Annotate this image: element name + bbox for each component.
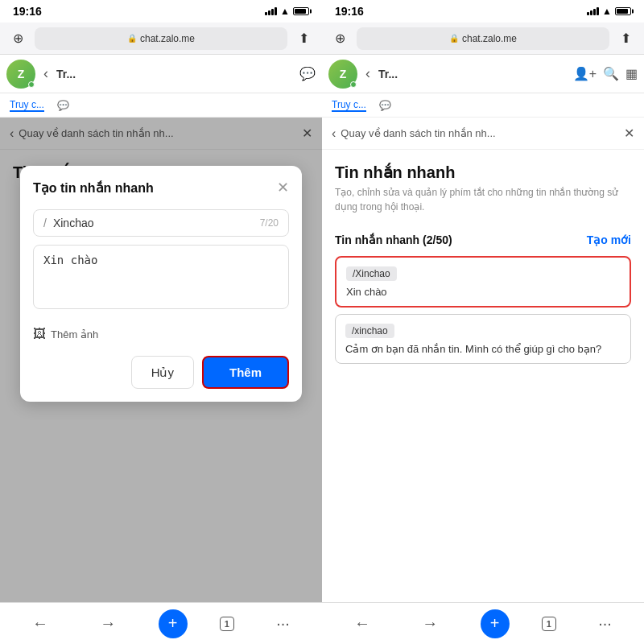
battery-icon xyxy=(293,7,309,15)
more-nav-btn-left[interactable]: ··· xyxy=(266,608,299,639)
wifi-icon: ▲ xyxy=(280,6,290,17)
url-bar-right[interactable]: 🔒 chat.zalo.me xyxy=(357,27,609,50)
back-nav-btn-left[interactable]: ← xyxy=(23,608,58,639)
app-header-left: Z ‹ Tr... 💬 xyxy=(0,55,322,93)
dialog-header: Tạo tin nhắn nhanh ✕ xyxy=(33,179,289,196)
dialog-footer: Hủy Thêm xyxy=(33,356,289,389)
plus-icon-left: + xyxy=(168,614,178,633)
nav-item-truyc[interactable]: Truy c... xyxy=(10,99,44,112)
message-textarea[interactable]: Xin chào xyxy=(33,245,289,309)
back-text-right: Quay về danh sách tin nhắn nh... xyxy=(341,127,619,139)
tab-counter-left[interactable]: 1 xyxy=(220,617,234,631)
battery-icon-right xyxy=(615,7,631,15)
lock-icon-left: 🔒 xyxy=(127,34,137,43)
url-text-left: chat.zalo.me xyxy=(140,33,195,44)
header-actions-left: 💬 xyxy=(299,66,316,81)
avatar-left: Z xyxy=(6,60,35,89)
create-dialog: Tạo tin nhắn nhanh ✕ / 7/20 Xin chào 🖼 T… xyxy=(20,166,302,402)
page-title-right: Tin nhắn nhanh xyxy=(322,150,644,185)
msg-text-1: Xin chào xyxy=(346,286,620,298)
dialog-overlay: Tạo tin nhắn nhanh ✕ / 7/20 Xin chào 🖼 T… xyxy=(0,118,322,602)
nav-strip-right: Truy c... 💬 xyxy=(322,93,644,118)
msg-list-title: Tin nhắn nhanh (2/50) xyxy=(335,233,452,246)
nav-item-chat[interactable]: 💬 xyxy=(57,100,69,111)
forward-nav-btn-right[interactable]: → xyxy=(412,608,448,639)
create-new-btn[interactable]: Tạo mới xyxy=(587,233,631,246)
status-icons-left: ▲ xyxy=(265,6,309,17)
signal-icon-right xyxy=(587,7,599,15)
msg-text-2: Cảm ơn bạn đã nhắn tin. Mình có thể giúp… xyxy=(345,343,621,355)
share-icon-right[interactable]: ⬆ xyxy=(616,29,636,47)
shortcut-input[interactable] xyxy=(53,217,254,229)
header-actions-right: 👤+ 🔍 ▦ xyxy=(573,66,638,81)
contact-name-left: Tr... xyxy=(56,68,295,80)
add-user-icon-right[interactable]: 👤+ xyxy=(573,66,597,81)
browser-bar-right: ⊕ 🔒 chat.zalo.me ⬆ xyxy=(322,23,644,55)
content-area-left: ‹ Quay về danh sách tin nhắn nh... ✕ Tin… xyxy=(0,118,322,602)
add-button[interactable]: Thêm xyxy=(202,356,289,389)
cancel-button[interactable]: Hủy xyxy=(131,356,194,389)
nav-strip-left: Truy c... 💬 xyxy=(0,93,322,118)
quick-msg-page-left: ‹ Quay về danh sách tin nhắn nh... ✕ Tin… xyxy=(0,118,322,602)
search-icon-right[interactable]: 🔍 xyxy=(603,66,619,81)
url-text-right: chat.zalo.me xyxy=(462,33,517,44)
back-header-right: ‹ Quay về danh sách tin nhắn nh... ✕ xyxy=(322,118,644,150)
status-time-right: 19:16 xyxy=(335,5,364,18)
more-nav-btn-right[interactable]: ··· xyxy=(588,608,621,639)
wifi-icon-right: ▲ xyxy=(602,6,612,17)
page-subtitle-right: Tạo, chỉnh sửa và quản lý phím tắt cho n… xyxy=(322,185,644,224)
lock-icon-right: 🔒 xyxy=(449,34,459,43)
avatar-right: Z xyxy=(328,60,357,89)
plus-icon-right: + xyxy=(490,614,500,633)
back-btn-right[interactable]: ‹ xyxy=(362,62,374,85)
msg-item-1[interactable]: /Xinchao Xin chào xyxy=(335,256,631,308)
msg-shortcut-2: /xinchao xyxy=(345,324,394,338)
dialog-close-btn[interactable]: ✕ xyxy=(277,179,289,196)
image-icon: 🖼 xyxy=(33,327,46,341)
back-btn-left[interactable]: ‹ xyxy=(40,62,52,85)
url-bar-left[interactable]: 🔒 chat.zalo.me xyxy=(35,27,287,50)
online-indicator-right xyxy=(350,81,357,88)
menu-icon-right[interactable]: ▦ xyxy=(625,66,638,81)
tab-counter-right[interactable]: 1 xyxy=(542,617,556,631)
add-image-label: Thêm ảnh xyxy=(51,328,98,341)
add-image-btn[interactable]: 🖼 Thêm ảnh xyxy=(33,322,289,346)
signal-icon xyxy=(265,7,277,15)
browser-bar-left: ⊕ 🔒 chat.zalo.me ⬆ xyxy=(0,23,322,55)
close-btn-right[interactable]: ✕ xyxy=(624,126,634,141)
status-bar-right: 19:16 ▲ xyxy=(322,0,644,23)
dialog-title: Tạo tin nhắn nhanh xyxy=(33,180,154,196)
status-time-left: 19:16 xyxy=(13,5,42,18)
status-bar-left: 19:16 ▲ xyxy=(0,0,322,23)
reload-icon[interactable]: ⊕ xyxy=(8,29,28,47)
msg-item-2[interactable]: /xinchao Cảm ơn bạn đã nhắn tin. Mình có… xyxy=(335,314,631,364)
plus-nav-btn-right[interactable]: + xyxy=(481,609,510,638)
forward-nav-btn-left[interactable]: → xyxy=(90,608,126,639)
status-icons-right: ▲ xyxy=(587,6,631,17)
content-area-right: ‹ Quay về danh sách tin nhắn nh... ✕ Tin… xyxy=(322,118,644,602)
msg-shortcut-1: /Xinchao xyxy=(346,266,397,281)
back-nav-btn-right[interactable]: ← xyxy=(345,608,380,639)
bottom-nav-left: ← → + 1 ··· xyxy=(0,602,322,644)
nav-item-truyc-right[interactable]: Truy c... xyxy=(332,99,366,112)
back-arrow-right[interactable]: ‹ xyxy=(332,126,336,141)
share-icon-left[interactable]: ⬆ xyxy=(294,29,314,47)
left-phone-panel: 19:16 ▲ ⊕ 🔒 chat.zalo.me ⬆ Z ‹ xyxy=(0,0,322,644)
char-count: 7/20 xyxy=(260,217,279,229)
quick-msg-page-right: ‹ Quay về danh sách tin nhắn nh... ✕ Tin… xyxy=(322,118,644,602)
online-indicator-left xyxy=(28,81,35,88)
app-header-right: Z ‹ Tr... 👤+ 🔍 ▦ xyxy=(322,55,644,93)
chat-icon-left[interactable]: 💬 xyxy=(299,66,316,81)
slash-icon: / xyxy=(43,217,47,229)
plus-nav-btn-left[interactable]: + xyxy=(159,609,188,638)
right-phone-panel: 19:16 ▲ ⊕ 🔒 chat.zalo.me ⬆ Z ‹ xyxy=(322,0,644,644)
nav-item-chat-right[interactable]: 💬 xyxy=(379,100,391,111)
reload-icon-right[interactable]: ⊕ xyxy=(330,29,350,47)
msg-list-header: Tin nhắn nhanh (2/50) Tạo mới xyxy=(322,224,644,256)
contact-name-right: Tr... xyxy=(378,68,568,80)
bottom-nav-right: ← → + 1 ··· xyxy=(322,602,644,644)
shortcut-input-row[interactable]: / 7/20 xyxy=(33,209,289,237)
